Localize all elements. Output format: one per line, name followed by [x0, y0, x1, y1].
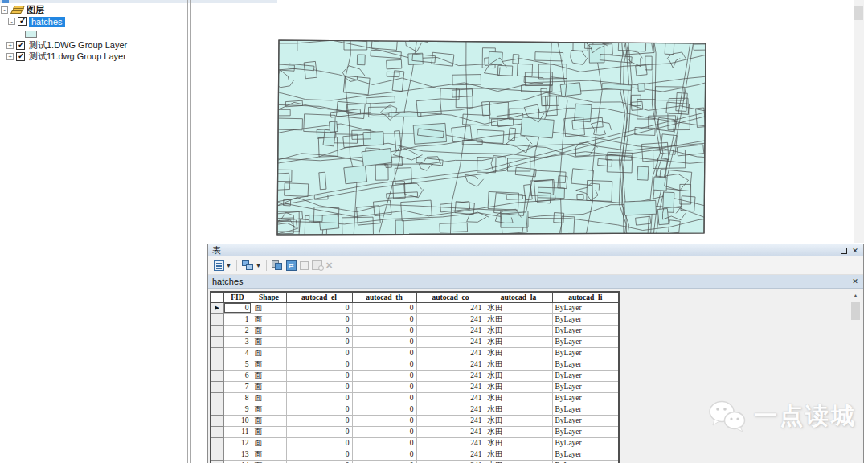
map-canvas[interactable] — [276, 35, 708, 237]
row-selector[interactable] — [211, 460, 223, 463]
table-row[interactable]: 4面00241水田ByLayer — [211, 347, 619, 359]
table-cell[interactable]: 241 — [416, 325, 485, 336]
table-cell[interactable]: 0 — [286, 313, 352, 325]
table-cell[interactable]: 241 — [416, 381, 485, 392]
table-row[interactable]: 8面00241水田ByLayer — [211, 392, 619, 404]
toc-layer-label[interactable]: hatches — [29, 17, 65, 27]
table-vertical-scrollbar[interactable]: ▲ — [850, 291, 861, 463]
table-cell[interactable]: 241 — [416, 313, 485, 325]
expand-icon[interactable]: + — [6, 53, 14, 60]
table-cell[interactable]: 面 — [252, 426, 286, 437]
table-cell[interactable]: 241 — [416, 404, 485, 415]
table-cell[interactable]: 0 — [286, 381, 352, 392]
table-cell[interactable]: 0 — [223, 302, 252, 313]
table-row[interactable]: 6面00241水田ByLayer — [211, 370, 619, 381]
table-options-button[interactable]: ▼ — [214, 260, 231, 271]
table-cell[interactable]: 面 — [252, 460, 286, 463]
table-row[interactable]: 10面00241水田ByLayer — [211, 415, 619, 426]
table-cell[interactable]: ByLayer — [552, 460, 619, 463]
related-tables-button[interactable]: ▼ — [242, 260, 261, 271]
table-cell[interactable]: 面 — [252, 437, 286, 449]
table-cell[interactable]: 水田 — [485, 392, 552, 404]
table-cell[interactable]: 0 — [286, 460, 352, 463]
table-cell[interactable]: 241 — [416, 392, 485, 404]
column-header[interactable]: autocad_co — [416, 292, 485, 302]
row-selector[interactable] — [211, 404, 223, 415]
table-cell[interactable]: 4 — [223, 347, 252, 359]
collapse-icon[interactable]: - — [1, 6, 8, 14]
table-tab-label[interactable]: hatches — [212, 277, 244, 286]
table-cell[interactable]: 241 — [416, 302, 485, 313]
table-cell[interactable]: 0 — [352, 302, 416, 313]
table-cell[interactable]: 水田 — [485, 359, 552, 370]
table-cell[interactable]: 5 — [223, 359, 252, 370]
table-cell[interactable]: 水田 — [485, 325, 552, 336]
toc-root-label[interactable]: 图层 — [27, 4, 44, 16]
table-cell[interactable]: 面 — [252, 347, 286, 359]
table-cell[interactable]: ByLayer — [552, 449, 619, 460]
table-cell[interactable]: 0 — [352, 460, 416, 463]
table-cell[interactable]: 0 — [286, 437, 352, 449]
table-row[interactable]: 2面00241水田ByLayer — [211, 325, 619, 336]
table-cell[interactable]: 12 — [223, 437, 252, 449]
table-window-titlebar[interactable]: 表 ✕ — [208, 244, 863, 256]
table-cell[interactable]: 面 — [252, 415, 286, 426]
layer-visibility-checkbox[interactable]: ✓ — [18, 17, 27, 26]
layer-visibility-checkbox[interactable]: ✓ — [16, 52, 25, 61]
attribute-table[interactable]: FIDShapeautocad_elautocad_thautocad_coau… — [210, 291, 620, 463]
column-header[interactable]: autocad_el — [286, 292, 352, 302]
table-cell[interactable]: 面 — [252, 370, 286, 381]
table-cell[interactable]: 水田 — [485, 370, 552, 381]
row-selector[interactable] — [211, 336, 223, 347]
table-cell[interactable]: 241 — [416, 426, 485, 437]
table-cell[interactable]: 0 — [352, 325, 416, 336]
select-highlighted-button[interactable] — [272, 260, 283, 271]
table-cell[interactable]: 241 — [416, 415, 485, 426]
table-row[interactable]: 14面00241水田ByLayer — [211, 460, 619, 463]
table-cell[interactable]: 241 — [416, 449, 485, 460]
row-selector[interactable] — [211, 381, 223, 392]
table-cell[interactable]: 241 — [416, 359, 485, 370]
table-cell[interactable]: ByLayer — [552, 415, 619, 426]
panel-divider[interactable] — [190, 0, 191, 463]
toc-layer-group2[interactable]: + ✓ 测试11.dwg Group Layer — [6, 51, 126, 62]
table-cell[interactable]: ByLayer — [552, 336, 619, 347]
table-cell[interactable]: 0 — [286, 404, 352, 415]
switch-selection-button[interactable]: ⇄ — [286, 260, 297, 271]
table-cell[interactable]: 6 — [223, 370, 252, 381]
table-row[interactable]: 12面00241水田ByLayer — [211, 437, 619, 449]
table-cell[interactable]: 水田 — [485, 336, 552, 347]
table-cell[interactable]: 面 — [252, 392, 286, 404]
map-vertical-scrollbar[interactable] — [854, 0, 864, 243]
table-cell[interactable]: 0 — [352, 426, 416, 437]
clear-selection-button[interactable] — [300, 261, 309, 270]
table-cell[interactable]: ByLayer — [552, 347, 619, 359]
table-cell[interactable]: 水田 — [485, 415, 552, 426]
table-cell[interactable]: ByLayer — [552, 392, 619, 404]
table-cell[interactable]: 2 — [223, 325, 252, 336]
row-selector[interactable] — [211, 347, 223, 359]
table-cell[interactable]: 13 — [223, 449, 252, 460]
table-cell[interactable]: 8 — [223, 392, 252, 404]
table-cell[interactable]: ByLayer — [552, 359, 619, 370]
table-row[interactable]: 3面00241水田ByLayer — [211, 336, 619, 347]
collapse-icon[interactable]: - — [8, 18, 15, 25]
panel-divider[interactable] — [187, 0, 188, 463]
table-cell[interactable]: 水田 — [485, 449, 552, 460]
table-cell[interactable]: 0 — [286, 336, 352, 347]
row-selector[interactable]: ▶ — [211, 302, 223, 313]
table-cell[interactable]: 0 — [352, 381, 416, 392]
table-cell[interactable]: ByLayer — [552, 325, 619, 336]
row-selector[interactable] — [211, 449, 223, 460]
table-cell[interactable]: 7 — [223, 381, 252, 392]
table-row[interactable]: 5面00241水田ByLayer — [211, 359, 619, 370]
table-cell[interactable]: 1 — [223, 313, 252, 325]
column-header[interactable]: autocad_la — [485, 292, 552, 302]
table-cell[interactable]: 水田 — [485, 437, 552, 449]
table-cell[interactable]: 241 — [416, 460, 485, 463]
row-selector[interactable] — [211, 392, 223, 404]
table-cell[interactable]: 水田 — [485, 460, 552, 463]
table-cell[interactable]: 面 — [252, 336, 286, 347]
table-cell[interactable]: 面 — [252, 325, 286, 336]
table-row[interactable]: 9面00241水田ByLayer — [211, 404, 619, 415]
